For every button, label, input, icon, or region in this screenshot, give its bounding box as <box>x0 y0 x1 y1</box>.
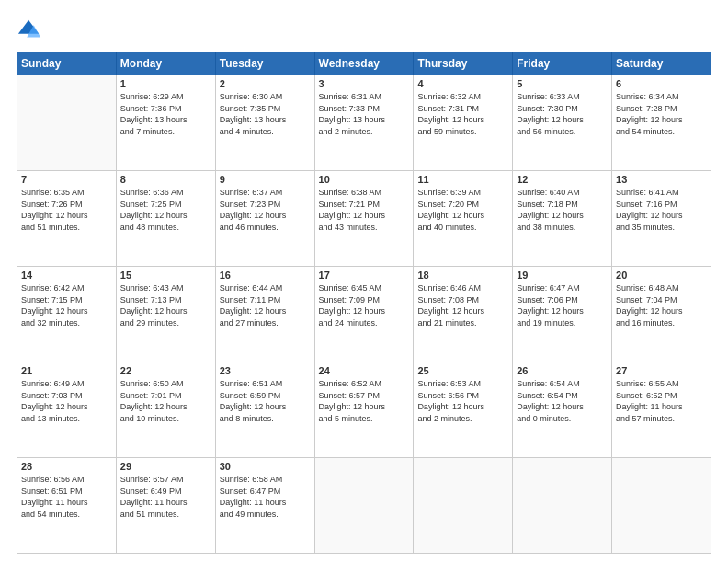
day-info: Sunrise: 6:54 AM Sunset: 6:54 PM Dayligh… <box>517 378 608 424</box>
day-number: 21 <box>21 365 112 376</box>
calendar-cell: 20Sunrise: 6:48 AM Sunset: 7:04 PM Dayli… <box>612 267 711 362</box>
day-number: 5 <box>517 78 608 89</box>
day-number: 12 <box>517 174 608 185</box>
day-info: Sunrise: 6:53 AM Sunset: 6:56 PM Dayligh… <box>417 378 508 424</box>
day-info: Sunrise: 6:40 AM Sunset: 7:18 PM Dayligh… <box>517 187 608 233</box>
calendar-cell: 16Sunrise: 6:44 AM Sunset: 7:11 PM Dayli… <box>215 267 314 362</box>
calendar-cell: 11Sunrise: 6:39 AM Sunset: 7:20 PM Dayli… <box>414 171 513 267</box>
day-number: 10 <box>319 174 410 185</box>
day-number: 11 <box>417 174 508 185</box>
day-number: 6 <box>616 78 707 89</box>
day-number: 9 <box>220 174 311 185</box>
day-number: 8 <box>120 174 211 185</box>
calendar-cell: 4Sunrise: 6:32 AM Sunset: 7:31 PM Daylig… <box>414 75 513 171</box>
day-info: Sunrise: 6:31 AM Sunset: 7:33 PM Dayligh… <box>319 91 410 137</box>
calendar-cell: 13Sunrise: 6:41 AM Sunset: 7:16 PM Dayli… <box>612 171 711 267</box>
calendar-cell: 10Sunrise: 6:38 AM Sunset: 7:21 PM Dayli… <box>314 171 414 267</box>
calendar-cell: 26Sunrise: 6:54 AM Sunset: 6:54 PM Dayli… <box>513 362 612 458</box>
day-number: 14 <box>21 270 112 281</box>
logo <box>17 17 46 42</box>
day-info: Sunrise: 6:52 AM Sunset: 6:57 PM Dayligh… <box>319 378 410 424</box>
calendar-cell: 9Sunrise: 6:37 AM Sunset: 7:23 PM Daylig… <box>215 171 314 267</box>
day-number: 2 <box>220 78 311 89</box>
day-number: 24 <box>319 365 410 376</box>
day-info: Sunrise: 6:45 AM Sunset: 7:09 PM Dayligh… <box>319 282 410 328</box>
day-info: Sunrise: 6:56 AM Sunset: 6:51 PM Dayligh… <box>21 474 112 520</box>
day-number: 19 <box>517 270 608 281</box>
weekday-header: Thursday <box>414 52 513 75</box>
calendar-cell: 12Sunrise: 6:40 AM Sunset: 7:18 PM Dayli… <box>513 171 612 267</box>
calendar-week-row: 7Sunrise: 6:35 AM Sunset: 7:26 PM Daylig… <box>17 171 711 267</box>
day-info: Sunrise: 6:41 AM Sunset: 7:16 PM Dayligh… <box>616 187 707 233</box>
calendar-cell: 21Sunrise: 6:49 AM Sunset: 7:03 PM Dayli… <box>17 362 117 458</box>
day-info: Sunrise: 6:35 AM Sunset: 7:26 PM Dayligh… <box>21 187 112 233</box>
calendar-cell: 17Sunrise: 6:45 AM Sunset: 7:09 PM Dayli… <box>314 267 414 362</box>
day-info: Sunrise: 6:29 AM Sunset: 7:36 PM Dayligh… <box>120 91 211 137</box>
weekday-header: Wednesday <box>314 52 414 75</box>
weekday-header: Monday <box>116 52 215 75</box>
calendar-cell: 27Sunrise: 6:55 AM Sunset: 6:52 PM Dayli… <box>612 362 711 458</box>
day-number: 7 <box>21 174 112 185</box>
day-info: Sunrise: 6:36 AM Sunset: 7:25 PM Dayligh… <box>120 187 211 233</box>
day-number: 25 <box>417 365 508 376</box>
day-info: Sunrise: 6:42 AM Sunset: 7:15 PM Dayligh… <box>21 282 112 328</box>
day-number: 1 <box>120 78 211 89</box>
calendar-cell: 6Sunrise: 6:34 AM Sunset: 7:28 PM Daylig… <box>612 75 711 171</box>
day-number: 18 <box>417 270 508 281</box>
weekday-header: Sunday <box>17 52 117 75</box>
day-info: Sunrise: 6:34 AM Sunset: 7:28 PM Dayligh… <box>616 91 707 137</box>
day-info: Sunrise: 6:30 AM Sunset: 7:35 PM Dayligh… <box>220 91 311 137</box>
weekday-header: Saturday <box>612 52 711 75</box>
day-number: 27 <box>616 365 707 376</box>
calendar-cell: 25Sunrise: 6:53 AM Sunset: 6:56 PM Dayli… <box>414 362 513 458</box>
day-info: Sunrise: 6:51 AM Sunset: 6:59 PM Dayligh… <box>220 378 311 424</box>
day-number: 3 <box>319 78 410 89</box>
weekday-header: Tuesday <box>215 52 314 75</box>
logo-icon <box>17 17 42 42</box>
calendar-cell: 28Sunrise: 6:56 AM Sunset: 6:51 PM Dayli… <box>17 458 117 554</box>
day-info: Sunrise: 6:57 AM Sunset: 6:49 PM Dayligh… <box>120 474 211 520</box>
calendar-week-row: 1Sunrise: 6:29 AM Sunset: 7:36 PM Daylig… <box>17 75 711 171</box>
day-info: Sunrise: 6:43 AM Sunset: 7:13 PM Dayligh… <box>120 282 211 328</box>
day-number: 17 <box>319 270 410 281</box>
calendar-cell: 22Sunrise: 6:50 AM Sunset: 7:01 PM Dayli… <box>116 362 215 458</box>
calendar-cell: 3Sunrise: 6:31 AM Sunset: 7:33 PM Daylig… <box>314 75 414 171</box>
calendar-cell <box>414 458 513 554</box>
day-number: 13 <box>616 174 707 185</box>
day-number: 22 <box>120 365 211 376</box>
day-info: Sunrise: 6:44 AM Sunset: 7:11 PM Dayligh… <box>220 282 311 328</box>
weekday-header: Friday <box>513 52 612 75</box>
day-number: 29 <box>120 461 211 472</box>
calendar-cell: 2Sunrise: 6:30 AM Sunset: 7:35 PM Daylig… <box>215 75 314 171</box>
day-info: Sunrise: 6:46 AM Sunset: 7:08 PM Dayligh… <box>417 282 508 328</box>
day-info: Sunrise: 6:48 AM Sunset: 7:04 PM Dayligh… <box>616 282 707 328</box>
calendar-week-row: 28Sunrise: 6:56 AM Sunset: 6:51 PM Dayli… <box>17 458 711 554</box>
day-number: 20 <box>616 270 707 281</box>
calendar-cell: 29Sunrise: 6:57 AM Sunset: 6:49 PM Dayli… <box>116 458 215 554</box>
day-info: Sunrise: 6:39 AM Sunset: 7:20 PM Dayligh… <box>417 187 508 233</box>
day-number: 28 <box>21 461 112 472</box>
calendar-cell: 19Sunrise: 6:47 AM Sunset: 7:06 PM Dayli… <box>513 267 612 362</box>
calendar-cell: 5Sunrise: 6:33 AM Sunset: 7:30 PM Daylig… <box>513 75 612 171</box>
day-number: 4 <box>417 78 508 89</box>
calendar-header-row: SundayMondayTuesdayWednesdayThursdayFrid… <box>17 52 711 75</box>
calendar-cell <box>17 75 117 171</box>
day-number: 23 <box>220 365 311 376</box>
day-info: Sunrise: 6:47 AM Sunset: 7:06 PM Dayligh… <box>517 282 608 328</box>
calendar-cell: 14Sunrise: 6:42 AM Sunset: 7:15 PM Dayli… <box>17 267 117 362</box>
calendar-cell: 23Sunrise: 6:51 AM Sunset: 6:59 PM Dayli… <box>215 362 314 458</box>
day-info: Sunrise: 6:38 AM Sunset: 7:21 PM Dayligh… <box>319 187 410 233</box>
day-info: Sunrise: 6:58 AM Sunset: 6:47 PM Dayligh… <box>220 474 311 520</box>
calendar-cell: 30Sunrise: 6:58 AM Sunset: 6:47 PM Dayli… <box>215 458 314 554</box>
calendar-cell <box>314 458 414 554</box>
day-number: 30 <box>220 461 311 472</box>
calendar-cell: 18Sunrise: 6:46 AM Sunset: 7:08 PM Dayli… <box>414 267 513 362</box>
day-info: Sunrise: 6:37 AM Sunset: 7:23 PM Dayligh… <box>220 187 311 233</box>
calendar-cell: 15Sunrise: 6:43 AM Sunset: 7:13 PM Dayli… <box>116 267 215 362</box>
day-number: 26 <box>517 365 608 376</box>
calendar-cell <box>612 458 711 554</box>
calendar-week-row: 14Sunrise: 6:42 AM Sunset: 7:15 PM Dayli… <box>17 267 711 362</box>
day-number: 15 <box>120 270 211 281</box>
calendar-week-row: 21Sunrise: 6:49 AM Sunset: 7:03 PM Dayli… <box>17 362 711 458</box>
day-info: Sunrise: 6:32 AM Sunset: 7:31 PM Dayligh… <box>417 91 508 137</box>
